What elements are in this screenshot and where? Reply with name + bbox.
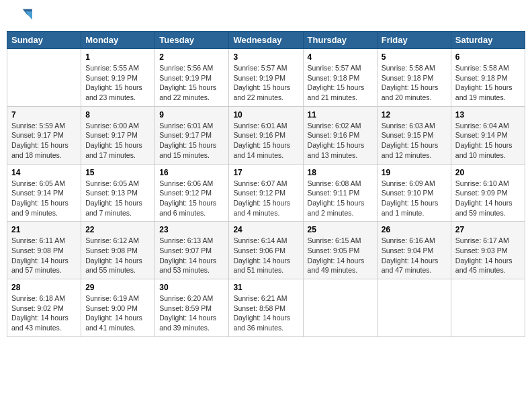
calendar-cell: 30Sunrise: 6:20 AM Sunset: 8:59 PM Dayli… <box>155 279 229 337</box>
calendar-table: SundayMondayTuesdayWednesdayThursdayFrid… <box>7 31 525 337</box>
calendar-cell <box>303 279 377 337</box>
cell-content: Sunrise: 6:01 AM Sunset: 9:16 PM Dayligh… <box>233 121 298 161</box>
calendar-cell: 22Sunrise: 6:12 AM Sunset: 9:08 PM Dayli… <box>81 222 155 279</box>
day-number: 9 <box>159 110 224 120</box>
day-number: 19 <box>382 168 447 177</box>
day-number: 31 <box>233 283 298 292</box>
calendar-cell: 26Sunrise: 6:16 AM Sunset: 9:04 PM Dayli… <box>377 222 451 279</box>
cell-content: Sunrise: 6:10 AM Sunset: 9:09 PM Dayligh… <box>455 179 521 218</box>
cell-content: Sunrise: 6:01 AM Sunset: 9:17 PM Dayligh… <box>159 121 224 161</box>
cell-content: Sunrise: 6:18 AM Sunset: 9:02 PM Dayligh… <box>11 293 77 333</box>
day-number: 16 <box>159 168 224 177</box>
cell-content: Sunrise: 5:57 AM Sunset: 9:18 PM Dayligh… <box>308 63 373 103</box>
logo <box>9 7 36 27</box>
cell-content: Sunrise: 6:02 AM Sunset: 9:16 PM Dayligh… <box>308 121 373 161</box>
day-number: 8 <box>85 110 150 120</box>
day-number: 26 <box>382 225 447 234</box>
day-number: 11 <box>308 110 373 120</box>
calendar-cell: 13Sunrise: 6:04 AM Sunset: 9:14 PM Dayli… <box>451 106 525 164</box>
cell-content: Sunrise: 6:04 AM Sunset: 9:14 PM Dayligh… <box>455 121 521 161</box>
calendar-cell: 9Sunrise: 6:01 AM Sunset: 9:17 PM Daylig… <box>155 106 229 164</box>
calendar-cell: 5Sunrise: 5:58 AM Sunset: 9:18 PM Daylig… <box>377 49 451 107</box>
day-number: 3 <box>233 52 298 62</box>
logo-icon <box>9 7 34 27</box>
calendar-cell: 16Sunrise: 6:06 AM Sunset: 9:12 PM Dayli… <box>155 164 229 222</box>
calendar-header-row: SundayMondayTuesdayWednesdayThursdayFrid… <box>7 32 525 49</box>
calendar-cell: 12Sunrise: 6:03 AM Sunset: 9:15 PM Dayli… <box>377 106 451 164</box>
cell-content: Sunrise: 5:57 AM Sunset: 9:19 PM Dayligh… <box>233 63 298 103</box>
calendar-week-5: 28Sunrise: 6:18 AM Sunset: 9:02 PM Dayli… <box>7 279 525 337</box>
cell-content: Sunrise: 6:05 AM Sunset: 9:14 PM Dayligh… <box>11 179 77 218</box>
cell-content: Sunrise: 6:14 AM Sunset: 9:06 PM Dayligh… <box>233 236 298 275</box>
cell-content: Sunrise: 6:19 AM Sunset: 9:00 PM Dayligh… <box>85 293 150 333</box>
day-number: 7 <box>11 110 77 120</box>
day-header-saturday: Saturday <box>451 32 525 49</box>
day-number: 12 <box>382 110 447 120</box>
day-number: 28 <box>11 283 77 292</box>
calendar-cell: 3Sunrise: 5:57 AM Sunset: 9:19 PM Daylig… <box>229 49 303 107</box>
calendar-cell: 8Sunrise: 6:00 AM Sunset: 9:17 PM Daylig… <box>81 106 155 164</box>
day-number: 29 <box>85 283 150 292</box>
calendar-week-2: 7Sunrise: 5:59 AM Sunset: 9:17 PM Daylig… <box>7 106 525 164</box>
cell-content: Sunrise: 5:58 AM Sunset: 9:18 PM Dayligh… <box>455 63 521 103</box>
calendar-cell: 10Sunrise: 6:01 AM Sunset: 9:16 PM Dayli… <box>229 106 303 164</box>
calendar-cell: 7Sunrise: 5:59 AM Sunset: 9:17 PM Daylig… <box>7 106 81 164</box>
day-number: 30 <box>159 283 224 292</box>
day-number: 2 <box>159 52 224 62</box>
calendar-cell: 29Sunrise: 6:19 AM Sunset: 9:00 PM Dayli… <box>81 279 155 337</box>
calendar-cell: 19Sunrise: 6:09 AM Sunset: 9:10 PM Dayli… <box>377 164 451 222</box>
day-number: 17 <box>233 168 298 177</box>
calendar-week-4: 21Sunrise: 6:11 AM Sunset: 9:08 PM Dayli… <box>7 222 525 279</box>
day-header-wednesday: Wednesday <box>229 32 303 49</box>
calendar-cell: 1Sunrise: 5:55 AM Sunset: 9:19 PM Daylig… <box>81 49 155 107</box>
cell-content: Sunrise: 6:00 AM Sunset: 9:17 PM Dayligh… <box>85 121 150 161</box>
day-number: 13 <box>455 110 521 120</box>
calendar-cell: 14Sunrise: 6:05 AM Sunset: 9:14 PM Dayli… <box>7 164 81 222</box>
calendar-cell: 17Sunrise: 6:07 AM Sunset: 9:12 PM Dayli… <box>229 164 303 222</box>
calendar-cell <box>451 279 525 337</box>
day-number: 24 <box>233 225 298 234</box>
cell-content: Sunrise: 6:06 AM Sunset: 9:12 PM Dayligh… <box>159 179 224 218</box>
calendar-body: 1Sunrise: 5:55 AM Sunset: 9:19 PM Daylig… <box>7 49 525 337</box>
calendar-cell: 15Sunrise: 6:05 AM Sunset: 9:13 PM Dayli… <box>81 164 155 222</box>
day-number: 10 <box>233 110 298 120</box>
cell-content: Sunrise: 5:55 AM Sunset: 9:19 PM Dayligh… <box>85 63 150 103</box>
calendar-week-3: 14Sunrise: 6:05 AM Sunset: 9:14 PM Dayli… <box>7 164 525 222</box>
day-header-monday: Monday <box>81 32 155 49</box>
day-number: 15 <box>85 168 150 177</box>
day-number: 20 <box>455 168 521 177</box>
day-header-friday: Friday <box>377 32 451 49</box>
cell-content: Sunrise: 6:11 AM Sunset: 9:08 PM Dayligh… <box>11 236 77 275</box>
day-number: 1 <box>85 52 150 62</box>
day-number: 25 <box>308 225 373 234</box>
calendar-week-1: 1Sunrise: 5:55 AM Sunset: 9:19 PM Daylig… <box>7 49 525 107</box>
calendar-cell: 21Sunrise: 6:11 AM Sunset: 9:08 PM Dayli… <box>7 222 81 279</box>
calendar-cell <box>377 279 451 337</box>
cell-content: Sunrise: 6:07 AM Sunset: 9:12 PM Dayligh… <box>233 179 298 218</box>
calendar-cell: 23Sunrise: 6:13 AM Sunset: 9:07 PM Dayli… <box>155 222 229 279</box>
day-number: 23 <box>159 225 224 234</box>
cell-content: Sunrise: 6:08 AM Sunset: 9:11 PM Dayligh… <box>308 179 373 218</box>
cell-content: Sunrise: 6:20 AM Sunset: 8:59 PM Dayligh… <box>159 293 224 333</box>
calendar-cell: 28Sunrise: 6:18 AM Sunset: 9:02 PM Dayli… <box>7 279 81 337</box>
cell-content: Sunrise: 5:58 AM Sunset: 9:18 PM Dayligh… <box>382 63 447 103</box>
calendar-cell: 31Sunrise: 6:21 AM Sunset: 8:58 PM Dayli… <box>229 279 303 337</box>
cell-content: Sunrise: 6:03 AM Sunset: 9:15 PM Dayligh… <box>382 121 447 161</box>
calendar-cell: 6Sunrise: 5:58 AM Sunset: 9:18 PM Daylig… <box>451 49 525 107</box>
cell-content: Sunrise: 6:05 AM Sunset: 9:13 PM Dayligh… <box>85 179 150 218</box>
day-header-tuesday: Tuesday <box>155 32 229 49</box>
cell-content: Sunrise: 6:13 AM Sunset: 9:07 PM Dayligh… <box>159 236 224 275</box>
day-number: 4 <box>308 52 373 62</box>
calendar-cell: 2Sunrise: 5:56 AM Sunset: 9:19 PM Daylig… <box>155 49 229 107</box>
cell-content: Sunrise: 5:59 AM Sunset: 9:17 PM Dayligh… <box>11 121 77 161</box>
day-number: 5 <box>382 52 447 62</box>
calendar-cell: 24Sunrise: 6:14 AM Sunset: 9:06 PM Dayli… <box>229 222 303 279</box>
cell-content: Sunrise: 6:21 AM Sunset: 8:58 PM Dayligh… <box>233 293 298 333</box>
day-header-sunday: Sunday <box>7 32 81 49</box>
day-number: 18 <box>308 168 373 177</box>
cell-content: Sunrise: 6:16 AM Sunset: 9:04 PM Dayligh… <box>382 236 447 275</box>
cell-content: Sunrise: 6:09 AM Sunset: 9:10 PM Dayligh… <box>382 179 447 218</box>
calendar-cell: 25Sunrise: 6:15 AM Sunset: 9:05 PM Dayli… <box>303 222 377 279</box>
day-number: 21 <box>11 225 77 234</box>
day-number: 14 <box>11 168 77 177</box>
